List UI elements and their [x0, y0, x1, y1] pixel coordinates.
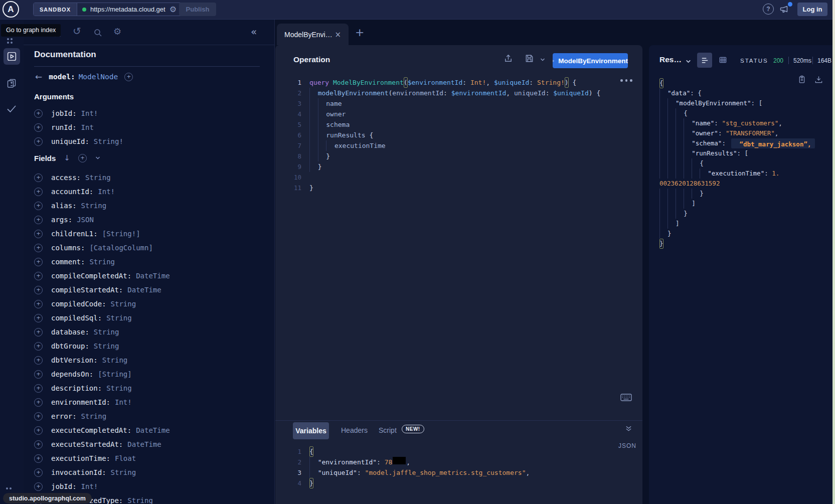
field-name[interactable]: dependsOn: [51, 370, 93, 378]
endpoint-input[interactable]: https://metadata.cloud.get ⚙ [77, 3, 182, 16]
copy-response-icon[interactable] [798, 75, 806, 84]
table-view-toggle[interactable] [719, 56, 727, 64]
field-type[interactable]: String [89, 258, 115, 266]
field-name[interactable]: jobId: [51, 482, 77, 490]
field-name[interactable]: comment: [51, 258, 85, 266]
add-field-icon[interactable]: + [34, 468, 43, 477]
field-name[interactable]: columns: [51, 244, 85, 252]
field-name[interactable]: database: [51, 328, 89, 336]
field-type[interactable]: Int! [81, 482, 98, 490]
field-type[interactable]: [CatalogColumn] [89, 244, 152, 252]
field-type[interactable]: Int! [98, 188, 115, 196]
field-name[interactable]: invocationId: [51, 468, 106, 476]
sidebar-item-schema[interactable] [7, 78, 17, 88]
field-type[interactable]: String [106, 384, 132, 392]
collapse-panel-icon[interactable]: « [251, 26, 257, 38]
field-type[interactable]: String [106, 314, 132, 322]
add-field-icon[interactable]: + [34, 314, 43, 322]
field-name[interactable]: args: [51, 216, 72, 224]
add-field-icon[interactable]: + [34, 384, 43, 393]
close-tab-icon[interactable]: × [335, 30, 341, 39]
add-field-icon[interactable]: + [34, 174, 43, 182]
field-name[interactable]: description: [51, 384, 102, 392]
field-type[interactable]: [String!] [102, 230, 140, 238]
add-field-icon[interactable]: + [34, 137, 43, 146]
announcements-megaphone-icon[interactable] [779, 4, 789, 14]
field-type[interactable]: String [85, 174, 111, 182]
add-field-icon[interactable]: + [34, 230, 43, 238]
field-type[interactable]: String [94, 328, 119, 336]
chevron-down-icon[interactable] [95, 155, 101, 161]
breadcrumb-type[interactable]: ModelNode [79, 73, 118, 81]
add-field-icon[interactable]: + [34, 342, 43, 351]
field-name[interactable]: dbtVersion: [51, 356, 98, 364]
sidebar-item-checklist[interactable] [6, 104, 17, 113]
apollo-logo[interactable]: A [3, 1, 19, 18]
add-field-icon[interactable]: + [34, 454, 43, 463]
run-operation-button[interactable]: ModelByEnvironment [553, 53, 628, 68]
save-menu-chevron-icon[interactable] [540, 57, 546, 63]
field-type[interactable]: String [94, 342, 119, 350]
add-field-icon[interactable]: + [34, 426, 43, 435]
add-field-icon[interactable]: + [34, 482, 43, 491]
field-type[interactable]: DateTime [136, 426, 170, 434]
field-name[interactable]: childrenL1: [51, 230, 98, 238]
field-name[interactable]: error: [51, 412, 77, 420]
endpoint-url[interactable]: https://metadata.cloud.get [90, 6, 165, 13]
field-type[interactable]: String [81, 412, 107, 420]
field-name[interactable]: accountId: [51, 188, 93, 196]
variables-editor[interactable]: 1{2"environmentId": 78 ,3"uniqueId": "mo… [275, 446, 642, 488]
history-icon[interactable]: ↺ [73, 25, 81, 37]
back-arrow-icon[interactable]: ← [35, 72, 42, 82]
field-name[interactable]: compileStartedAt: [51, 286, 123, 294]
add-field-icon[interactable]: + [34, 370, 43, 379]
add-field-icon[interactable]: + [34, 328, 43, 337]
field-name[interactable]: uniqueId: [51, 137, 89, 145]
field-type[interactable]: String! [94, 137, 123, 145]
settings-gear-icon[interactable]: ⚙ [113, 26, 121, 37]
add-all-fields-icon[interactable]: + [78, 154, 87, 162]
field-type[interactable]: String [81, 202, 107, 210]
field-name[interactable]: compiledCode: [51, 300, 106, 308]
field-name[interactable]: access: [51, 174, 81, 182]
tree-view-toggle[interactable] [697, 53, 712, 68]
tab-variables[interactable]: Variables [293, 422, 329, 439]
field-type[interactable]: Float [115, 454, 136, 462]
field-name[interactable]: executeStartedAt: [51, 440, 123, 448]
search-icon[interactable] [93, 28, 102, 37]
add-type-icon[interactable]: + [124, 73, 133, 81]
field-name[interactable]: executionTime: [51, 454, 110, 462]
tab-headers[interactable]: Headers [341, 426, 368, 434]
add-field-icon[interactable]: + [34, 412, 43, 421]
field-name[interactable]: jobId: [51, 109, 77, 117]
add-field-icon[interactable]: + [34, 272, 43, 280]
field-type[interactable]: Int [81, 123, 94, 131]
add-field-icon[interactable]: + [34, 244, 43, 252]
field-type[interactable]: String [111, 300, 136, 308]
collapse-variables-icon[interactable] [625, 425, 632, 432]
field-name[interactable]: environmentId: [51, 398, 110, 406]
operation-tab[interactable]: ModelByEnvi… × [277, 24, 349, 45]
field-type[interactable]: DateTime [127, 440, 161, 448]
keyboard-shortcuts-icon[interactable] [620, 394, 632, 401]
add-field-icon[interactable]: + [34, 123, 43, 132]
field-type[interactable]: DateTime [136, 272, 170, 280]
add-field-icon[interactable]: + [34, 216, 43, 224]
add-field-icon[interactable]: + [34, 398, 43, 407]
graph-index-icon[interactable] [7, 38, 13, 44]
add-field-icon[interactable]: + [34, 202, 43, 210]
field-name[interactable]: dbtGroup: [51, 342, 89, 350]
response-dropdown-chevron-icon[interactable] [685, 58, 692, 65]
endpoint-settings-gear-icon[interactable]: ⚙ [170, 5, 177, 14]
field-name[interactable]: compileCompletedAt: [51, 272, 131, 280]
tab-script[interactable]: Script [379, 426, 397, 434]
new-tab-icon[interactable]: + [355, 26, 364, 39]
add-field-icon[interactable]: + [34, 286, 43, 294]
field-type[interactable]: DateTime [127, 286, 161, 294]
field-type[interactable]: JSON [77, 216, 94, 224]
field-type[interactable]: Int! [81, 109, 98, 117]
field-name[interactable]: runId: [51, 123, 77, 131]
save-icon[interactable] [525, 54, 534, 63]
field-type[interactable]: [String] [98, 370, 131, 378]
editor-menu-dots-icon[interactable] [620, 79, 632, 82]
